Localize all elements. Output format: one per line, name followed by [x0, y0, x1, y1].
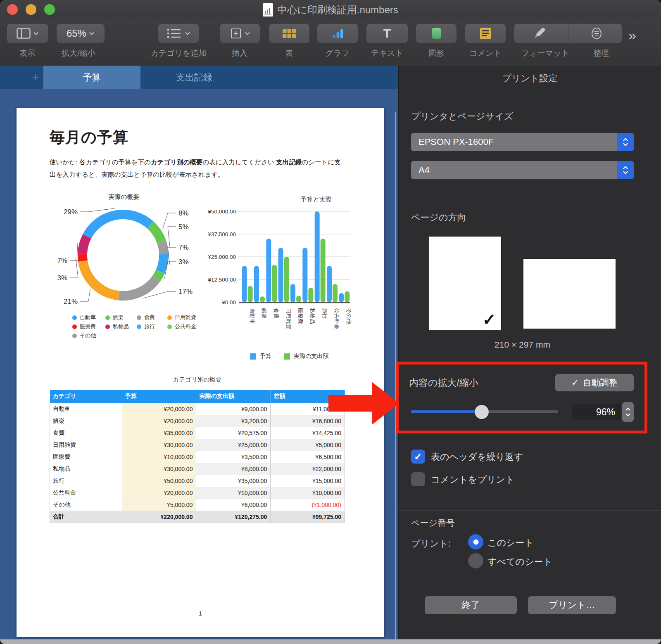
table-cell[interactable]: ¥25,000.00 — [196, 439, 271, 451]
chart-button[interactable] — [317, 24, 358, 43]
add-sheet-button[interactable]: + — [29, 69, 42, 85]
view-button[interactable] — [7, 24, 48, 43]
table-cell[interactable]: 医療費 — [50, 451, 122, 463]
table-cell[interactable]: ¥6,500.00 — [271, 451, 345, 463]
table-cell[interactable]: ¥3,200.00 — [196, 415, 271, 427]
table-cell[interactable]: その他 — [50, 499, 122, 511]
table-cell[interactable]: ¥10,000.00 — [196, 487, 271, 499]
scale-value-field[interactable]: 96% — [573, 404, 620, 420]
table-cell[interactable]: ¥11,000.00 — [271, 403, 345, 415]
table-button[interactable] — [269, 24, 309, 43]
bar-予算-日用雑貨[interactable] — [278, 248, 283, 302]
table-cell[interactable]: ¥8,000.00 — [196, 463, 271, 475]
table-header-cell[interactable]: 差額 — [271, 390, 345, 403]
bar-実際の支出額-自動車[interactable] — [248, 286, 253, 302]
table-cell[interactable]: ¥120,275.00 — [196, 511, 271, 523]
table-cell[interactable]: ¥35,000.00 — [196, 475, 271, 487]
bar-予算-その他[interactable] — [339, 293, 344, 302]
table-cell[interactable]: 合計 — [50, 511, 122, 523]
scale-stepper[interactable] — [622, 402, 634, 422]
donut-chart[interactable]: 8%5%7%3%17%21%3%7%29% — [25, 191, 215, 327]
table-cell[interactable]: ¥50,000.00 — [122, 475, 196, 487]
toolbar-overflow-button[interactable]: » — [628, 27, 636, 43]
text-button[interactable]: T — [366, 24, 408, 43]
printer-select[interactable]: EPSON PX-1600F — [411, 133, 634, 151]
organize-button[interactable] — [571, 24, 623, 43]
table-cell[interactable]: ¥30,000.00 — [122, 463, 196, 475]
table-cell[interactable]: 自動車 — [50, 403, 122, 415]
done-button[interactable]: 終了 — [425, 596, 517, 614]
table-cell[interactable]: ¥10,000.00 — [122, 451, 196, 463]
table-cell[interactable]: 私物品 — [50, 463, 122, 475]
donut-segment-医療費[interactable] — [82, 253, 83, 261]
tab-budget[interactable]: 予算 — [43, 66, 140, 89]
table-cell[interactable]: ¥30,000.00 — [122, 439, 196, 451]
table-cell[interactable]: ¥220,000.00 — [122, 511, 196, 523]
table-cell[interactable]: 娯楽 — [50, 415, 122, 427]
table-cell[interactable]: ¥16,800.00 — [271, 415, 345, 427]
bar-予算-食費[interactable] — [266, 239, 271, 302]
bar-実際の支出額-その他[interactable] — [345, 291, 350, 302]
comment-button[interactable] — [465, 24, 506, 43]
bar-予算-旅行[interactable] — [315, 211, 320, 302]
donut-segment-旅行[interactable] — [87, 215, 150, 237]
summary-table[interactable]: カテゴリ予算実際の支出額差額自動車¥20,000.00¥9,000.00¥11,… — [50, 390, 345, 523]
donut-segment-娯楽[interactable] — [157, 272, 160, 278]
bar-実際の支出額-公共料金[interactable] — [333, 284, 338, 302]
table-cell[interactable]: ¥10,000.00 — [271, 487, 345, 499]
table-header-cell[interactable]: 予算 — [122, 390, 196, 403]
table-cell[interactable]: 食費 — [50, 427, 122, 439]
bar-予算-自動車[interactable] — [242, 266, 247, 302]
table-cell[interactable]: ¥6,000.00 — [196, 499, 271, 511]
add-category-button[interactable] — [158, 24, 199, 43]
table-cell[interactable]: 日用雑貨 — [50, 439, 122, 451]
donut-segment-その他[interactable] — [162, 242, 164, 254]
table-cell[interactable]: ¥99,725.00 — [271, 511, 345, 523]
repeat-headers-checkbox[interactable]: ✓ — [411, 450, 425, 464]
bar-実際の支出額-日用雑貨[interactable] — [284, 257, 289, 302]
radio-all-sheets[interactable] — [468, 553, 483, 568]
table-cell[interactable]: ¥20,000.00 — [122, 415, 196, 427]
orientation-landscape-option[interactable] — [523, 259, 616, 329]
orientation-portrait-option[interactable]: ✓ — [429, 237, 501, 330]
scale-slider[interactable] — [411, 410, 558, 413]
bar-予算-公共料金[interactable] — [327, 266, 332, 302]
table-cell[interactable]: ¥3,500.00 — [196, 451, 271, 463]
table-cell[interactable]: 公共料金 — [50, 487, 122, 499]
slider-thumb[interactable] — [475, 405, 489, 419]
table-cell[interactable]: ¥20,000.00 — [122, 403, 196, 415]
bar-予算-娯楽[interactable] — [254, 266, 259, 302]
tab-expense-log[interactable]: 支出記録 — [140, 66, 248, 89]
table-cell[interactable]: 旅行 — [50, 475, 122, 487]
bar-実際の支出額-医療費[interactable] — [296, 296, 301, 302]
table-header-cell[interactable]: 実際の支出額 — [196, 390, 271, 403]
bar-chart[interactable]: ¥50,000.00¥37,500.00¥25,000.00¥12,500.00… — [198, 196, 364, 353]
table-cell[interactable]: ¥20,000.00 — [122, 487, 196, 499]
bar-予算-私物品[interactable] — [302, 248, 307, 302]
table-header-cell[interactable]: カテゴリ — [50, 390, 122, 403]
insert-button[interactable] — [220, 24, 260, 43]
bar-予算-医療費[interactable] — [290, 284, 295, 302]
table-cell[interactable]: ¥22,000.00 — [271, 463, 345, 475]
donut-segment-私物品[interactable] — [83, 236, 87, 253]
bar-実際の支出額-娯楽[interactable] — [260, 296, 265, 302]
table-cell[interactable]: ¥5,000.00 — [271, 439, 345, 451]
donut-segment-食費[interactable] — [119, 278, 157, 296]
print-button[interactable]: プリント… — [528, 596, 616, 614]
donut-segment-公共料金[interactable] — [150, 225, 162, 242]
format-button[interactable] — [514, 24, 566, 43]
shape-button[interactable] — [416, 24, 457, 43]
paper-size-select[interactable]: A4 — [411, 161, 634, 179]
table-cell[interactable]: ¥35,000.00 — [122, 427, 196, 439]
document-page[interactable]: 毎月の予算 使いかた: 各カテゴリの予算を下のカテゴリ別の概要の表に入力してくだ… — [17, 108, 384, 637]
zoom-button[interactable]: 65% — [57, 24, 105, 43]
bar-実際の支出額-私物品[interactable] — [308, 288, 313, 302]
autofit-button[interactable]: ✓ 自動調整 — [555, 374, 634, 391]
bar-実際の支出額-食費[interactable] — [272, 265, 277, 302]
bar-実際の支出額-旅行[interactable] — [321, 239, 326, 302]
radio-this-sheet[interactable] — [468, 534, 483, 549]
vertical-scrollbar[interactable] — [395, 112, 396, 639]
table-cell[interactable]: (¥1,000.00) — [271, 499, 345, 511]
donut-segment-日用雑貨[interactable] — [83, 261, 119, 296]
table-cell[interactable]: ¥9,000.00 — [196, 403, 271, 415]
